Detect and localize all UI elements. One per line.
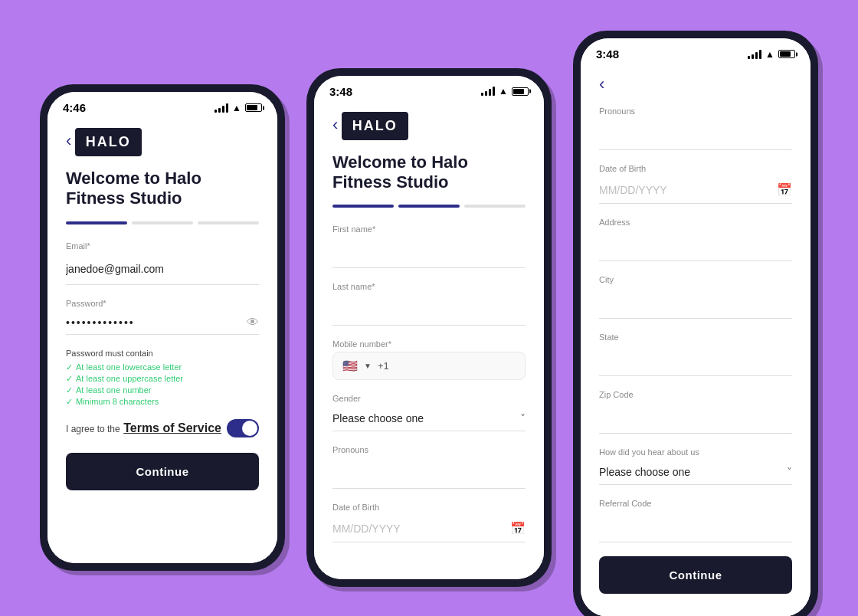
- first-name-input[interactable]: [332, 241, 526, 263]
- continue-button-1[interactable]: Continue: [66, 453, 259, 490]
- last-name-input[interactable]: [332, 299, 526, 320]
- pronouns-input[interactable]: [332, 462, 526, 483]
- battery-icon-3: [778, 50, 795, 58]
- screen-2-content: ‹ HALO Welcome to Halo Fitness Studio Fi…: [314, 103, 544, 580]
- dob-field-2: Date of Birth MM/DD/YYYY 📅: [332, 503, 526, 542]
- signal-bar-2: [218, 108, 221, 113]
- status-icons-2: ▲: [481, 86, 529, 97]
- dropdown-arrow-gender: ˅: [520, 412, 526, 424]
- dropdown-arrow-how-hear: ˅: [787, 466, 792, 478]
- dob-label-3: Date of Birth: [599, 164, 792, 173]
- address-row: [599, 230, 792, 261]
- date-row-3: MM/DD/YYYY 📅: [599, 176, 792, 204]
- check-icon-4: ✓: [66, 397, 73, 407]
- how-hear-label: How did you hear about us: [599, 447, 792, 457]
- state-row: [599, 345, 792, 376]
- calendar-icon-3[interactable]: 📅: [777, 182, 792, 197]
- pronouns-label: Pronouns: [332, 445, 526, 454]
- city-input[interactable]: [599, 292, 792, 313]
- password-rules-title: Password must contain: [66, 349, 259, 358]
- wifi-icon-2: ▲: [499, 86, 508, 97]
- battery-fill-1: [247, 105, 257, 110]
- wifi-icon-3: ▲: [765, 49, 774, 60]
- screen-3-content: ‹ Pronouns Date of Birth MM/DD/YYYY 📅 Ad…: [581, 65, 811, 616]
- calendar-icon-2[interactable]: 📅: [510, 521, 526, 536]
- eye-icon[interactable]: 👁︎: [247, 316, 259, 329]
- dob-field-3: Date of Birth MM/DD/YYYY 📅: [599, 164, 792, 204]
- check-icon-3: ✓: [66, 385, 73, 395]
- back-button-2[interactable]: ‹: [332, 115, 338, 135]
- progress-bar-1: [66, 221, 259, 224]
- referral-input[interactable]: [599, 516, 792, 537]
- how-hear-value: Please choose one: [599, 466, 690, 478]
- status-bar-3: 3:48 ▲: [581, 38, 811, 65]
- continue-button-3[interactable]: Continue: [599, 556, 792, 594]
- back-button-1[interactable]: ‹: [66, 131, 71, 151]
- referral-row: [599, 511, 792, 542]
- rule-3: ✓ At least one number: [66, 385, 259, 395]
- date-row-2: MM/DD/YYYY 📅: [332, 515, 526, 542]
- password-row: ••••••••••••• 👁︎: [66, 311, 259, 335]
- address-input[interactable]: [599, 234, 792, 256]
- email-label: Email*: [66, 241, 259, 251]
- gender-field: Gender Please choose one ˅: [332, 394, 526, 431]
- status-time-1: 4:46: [63, 101, 86, 114]
- email-input[interactable]: [66, 258, 259, 280]
- back-button-3[interactable]: ‹: [599, 74, 604, 94]
- signal-bars-1: [215, 103, 228, 113]
- signal-bar-1: [215, 110, 217, 113]
- progress-seg-2-3: [464, 205, 526, 208]
- phone-1-inner: 4:46 ▲ ‹ HALO Welcome to: [47, 92, 277, 563]
- mobile-label: Mobile number*: [332, 339, 526, 349]
- status-icons-3: ▲: [748, 49, 795, 60]
- password-label: Password*: [66, 299, 259, 308]
- dob-label-2: Date of Birth: [332, 503, 526, 512]
- signal-bar-3: [222, 106, 224, 113]
- city-label: City: [599, 275, 792, 284]
- last-name-row: [332, 294, 526, 326]
- state-label: State: [599, 333, 792, 342]
- progress-seg-2-1: [332, 205, 394, 208]
- dropdown-arrow-flag[interactable]: ▼: [364, 362, 372, 370]
- phone-1: 4:46 ▲ ‹ HALO Welcome to: [40, 84, 285, 571]
- city-field: City: [599, 275, 792, 319]
- first-name-label: First name*: [332, 224, 526, 234]
- phone-3-inner: 3:48 ▲ ‹ Pronouns: [581, 38, 811, 616]
- signal-bars-2: [481, 87, 495, 96]
- zip-label: Zip Code: [599, 390, 792, 399]
- phone-2: 3:48 ▲ ‹ HALO Welcome to: [306, 68, 552, 588]
- country-code: +1: [378, 360, 389, 372]
- gender-dropdown[interactable]: Please choose one ˅: [332, 406, 526, 431]
- how-hear-dropdown[interactable]: Please choose one ˅: [599, 460, 792, 485]
- pronouns-input-3[interactable]: [599, 123, 792, 145]
- progress-seg-3: [198, 221, 259, 224]
- pronouns-row-3: [599, 119, 792, 150]
- state-input[interactable]: [599, 349, 792, 371]
- referral-label: Referral Code: [599, 499, 792, 508]
- check-icon-1: ✓: [66, 362, 73, 372]
- status-time-3: 3:48: [596, 48, 619, 61]
- referral-field: Referral Code: [599, 499, 792, 542]
- pronouns-field-3: Pronouns: [599, 106, 792, 150]
- first-name-field: First name*: [332, 224, 526, 268]
- zip-input[interactable]: [599, 407, 792, 428]
- phone-2-inner: 3:48 ▲ ‹ HALO Welcome to: [314, 76, 544, 580]
- dob-placeholder-3: MM/DD/YYYY: [599, 184, 667, 196]
- state-field: State: [599, 333, 792, 376]
- battery-icon-1: [245, 103, 262, 112]
- terms-link[interactable]: Terms of Service: [123, 421, 221, 434]
- signal-bar-4: [226, 103, 228, 113]
- signal-bars-3: [748, 50, 761, 59]
- password-field: Password* ••••••••••••• 👁︎: [66, 299, 259, 335]
- zip-row: [599, 402, 792, 434]
- welcome-title-2: Welcome to Halo Fitness Studio: [332, 152, 526, 193]
- last-name-label: Last name*: [332, 282, 526, 291]
- phone-input-row[interactable]: 🇺🇸 ▼ +1: [332, 352, 526, 380]
- status-bar-2: 3:48 ▲: [314, 76, 544, 103]
- progress-seg-2-2: [398, 205, 460, 208]
- wifi-icon-1: ▲: [232, 103, 241, 113]
- terms-toggle[interactable]: [227, 419, 259, 437]
- address-label: Address: [599, 218, 792, 227]
- email-row: [66, 254, 259, 285]
- pronouns-label-3: Pronouns: [599, 106, 792, 116]
